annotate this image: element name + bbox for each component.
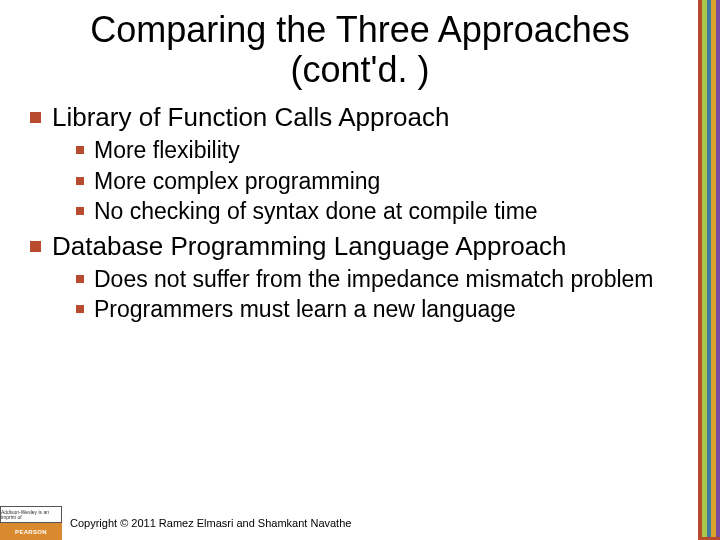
- logo-imprint: Addison-Wesley is an imprint of: [0, 506, 62, 523]
- bullet-level2: More flexibility: [76, 137, 696, 165]
- slide-body: Library of Function Calls Approach More …: [0, 103, 720, 324]
- bullet-level1: Database Programming Language Approach: [30, 232, 696, 262]
- slide: Comparing the Three Approaches (cont'd. …: [0, 0, 720, 540]
- footer: Addison-Wesley is an imprint of PEARSON …: [0, 506, 720, 540]
- side-accent: [698, 0, 720, 540]
- bullet-level2: No checking of syntax done at compile ti…: [76, 198, 696, 226]
- publisher-logo: Addison-Wesley is an imprint of PEARSON: [0, 506, 62, 540]
- bullet-level1: Library of Function Calls Approach: [30, 103, 696, 133]
- bullet-level2: More complex programming: [76, 168, 696, 196]
- bullet-level2: Does not suffer from the impedance misma…: [76, 266, 696, 294]
- bullet-level2: Programmers must learn a new language: [76, 296, 696, 324]
- slide-title: Comparing the Three Approaches (cont'd. …: [0, 0, 720, 97]
- logo-brand: PEARSON: [0, 523, 62, 540]
- copyright-text: Copyright © 2011 Ramez Elmasri and Shamk…: [62, 517, 351, 529]
